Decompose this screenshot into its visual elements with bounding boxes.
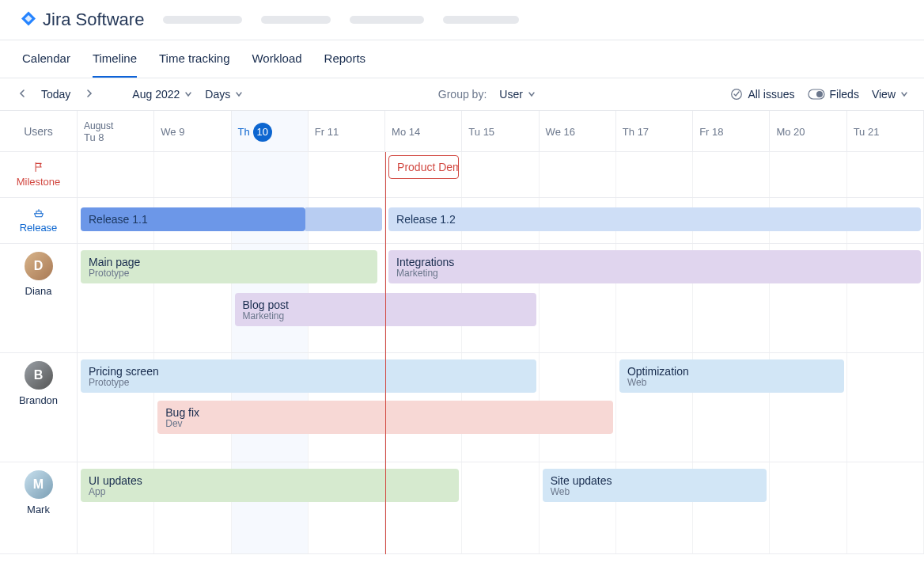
day-col-today: Th10 [232,111,309,151]
day-col: Fr 11 [309,111,385,151]
timeline-grid: Users Milestone Release D Diana B Brando… [0,111,924,554]
brand-logo: Jira Software [19,10,144,30]
month-label: August [84,120,147,131]
day-col: We 16 [540,111,616,151]
rows-container: Product Demo Release 1.1 Release 1.2 Mai… [78,152,924,554]
day-col: August Tu 8 [78,111,154,151]
lane-user-mark: M Mark [0,462,78,554]
scale-selector[interactable]: Days [205,88,243,101]
tab-time-tracking[interactable]: Time tracking [159,40,229,78]
row-brandon: Pricing screen Prototype Optimization We… [78,353,924,462]
nav-skeleton [350,16,424,24]
milestone-label: Milestone [17,176,61,188]
main-tabs: Calendar Timeline Time tracking Workload… [0,40,924,78]
user-name: Brandon [19,394,58,406]
chevron-right-icon [85,89,94,98]
lane-milestone: Milestone [0,152,78,198]
users-header: Users [0,111,78,152]
row-diana: Main page Prototype Integrations Marketi… [78,244,924,353]
app-header: Jira Software [0,0,924,40]
bar-optimization[interactable]: Optimization Web [619,359,844,393]
day-col: Th 17 [616,111,693,151]
chevron-down-icon [235,90,243,98]
days-header: August Tu 8 We 9 Th10 Fr 11 Mo 14 Tu 15 … [78,111,924,152]
chevron-down-icon [184,90,192,98]
release-label: Release [20,222,58,234]
view-label: View [872,88,896,101]
bar-ui-updates[interactable]: UI updates App [81,469,459,502]
tab-workload[interactable]: Workload [252,40,301,78]
scale-label: Days [205,88,230,101]
ship-icon [32,207,46,219]
fields-toggle[interactable]: Fileds [808,88,859,101]
month-label: Aug 2022 [132,88,180,101]
month-selector[interactable]: Aug 2022 [132,88,192,101]
brand-name: Jira Software [43,10,144,30]
day-col: Tu 21 [847,111,924,151]
today-button[interactable]: Today [41,88,70,101]
bar-release-12[interactable]: Release 1.2 [388,207,921,231]
timeline-area: August Tu 8 We 9 Th10 Fr 11 Mo 14 Tu 15 … [78,111,924,554]
day-col: Mo 20 [770,111,846,151]
row-mark: UI updates App Site updates Web [78,462,924,554]
toggle-icon [808,89,825,100]
user-name: Mark [27,504,50,515]
nav-skeleton [163,16,242,24]
all-issues-label: All issues [748,88,794,101]
lane-user-brandon: B Brandon [0,353,78,462]
group-by-value: User [499,88,523,101]
avatar: M [25,470,53,499]
bar-pricing[interactable]: Pricing screen Prototype [81,359,536,393]
lane-user-diana: D Diana [0,244,78,353]
chevron-down-icon [900,90,908,98]
fields-label: Fileds [830,88,859,101]
day-col: Fr 18 [693,111,770,151]
tab-calendar[interactable]: Calendar [22,40,70,78]
nav-skeleton [261,16,331,24]
bar-integrations[interactable]: Integrations Marketing [388,250,921,283]
chevron-left-icon [17,89,27,98]
tab-reports[interactable]: Reports [324,40,366,78]
flag-icon [32,162,46,173]
bar-site-updates[interactable]: Site updates Web [543,469,767,502]
row-milestone: Product Demo [78,152,924,198]
bar-product-demo[interactable]: Product Demo [388,155,459,179]
day-col: Tu 15 [462,111,539,151]
next-button[interactable] [83,86,96,102]
day-col: We 9 [154,111,231,151]
timeline-sidebar: Users Milestone Release D Diana B Brando… [0,111,78,554]
all-issues-filter[interactable]: All issues [730,88,794,101]
nav-skeleton [443,16,519,24]
view-selector[interactable]: View [872,88,908,101]
timeline-toolbar: Today Aug 2022 Days Group by: User All i… [0,78,924,111]
avatar: D [25,252,53,280]
user-name: Diana [25,285,52,297]
group-by-selector[interactable]: User [499,88,536,101]
svg-point-2 [816,91,823,97]
tab-timeline[interactable]: Timeline [93,40,137,78]
lane-release: Release [0,198,78,244]
check-circle-icon [730,88,743,101]
day-label: Tu 8 [84,131,147,143]
chevron-down-icon [528,90,536,98]
bar-release-11[interactable]: Release 1.1 [81,207,305,231]
group-by-label: Group by: [438,88,487,101]
day-col: Mo 14 [385,111,462,151]
prev-button[interactable] [16,86,28,102]
row-release: Release 1.1 Release 1.2 [78,198,924,244]
bar-main-page[interactable]: Main page Prototype [81,250,377,283]
jira-icon [19,10,38,29]
avatar: B [25,361,53,390]
